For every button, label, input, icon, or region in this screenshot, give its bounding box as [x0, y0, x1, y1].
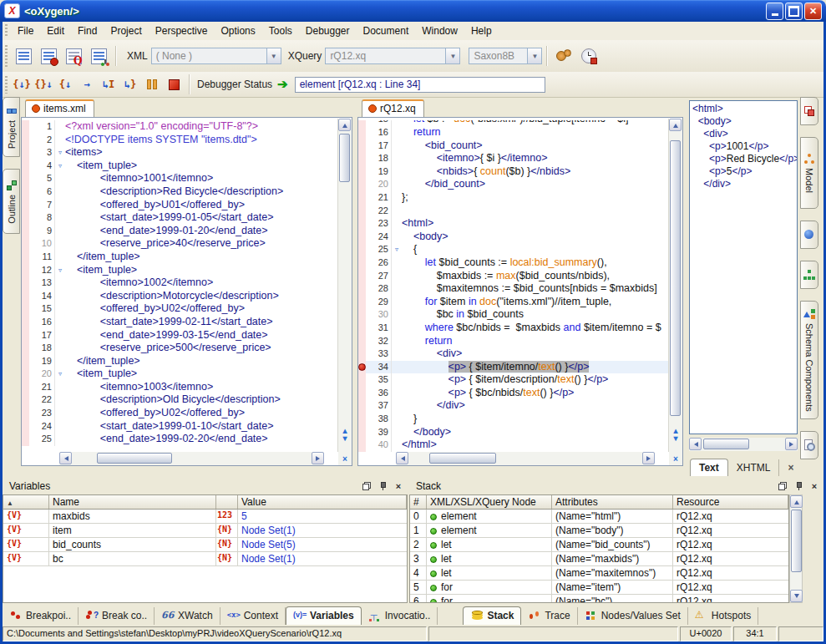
code-text[interactable]: <bid_count> [402, 139, 669, 153]
breakpoint-gutter[interactable] [22, 120, 29, 134]
code-text[interactable]: let $b := doc("bids.xml")//bid_tuple[ite… [402, 120, 669, 126]
side-tab-schema-components[interactable]: Schema Components [800, 301, 818, 419]
pin-panel-button[interactable] [793, 480, 804, 492]
breakpoint-gutter[interactable] [358, 126, 366, 139]
transform-scenario-button[interactable] [87, 44, 110, 68]
editor-body[interactable]: 15 let $b := doc("bids.xml")//bid_tuple[… [357, 117, 683, 466]
table-row[interactable]: 5for(Name="item")rQ12.xq [410, 581, 788, 595]
column-header[interactable]: # [410, 495, 427, 509]
code-text[interactable]: <items> [65, 146, 338, 160]
column-header[interactable]: Attributes [552, 495, 673, 509]
column-header[interactable]: ▲ [3, 495, 49, 509]
breakpoint-gutter[interactable] [22, 368, 29, 381]
side-tab-blue-sphere[interactable] [800, 221, 818, 249]
close-output-button[interactable]: × [788, 462, 798, 476]
fold-toggle-icon[interactable]: ▿ [55, 368, 65, 381]
breakpoint-gutter[interactable] [358, 439, 366, 452]
breakpoint-gutter[interactable] [22, 355, 29, 368]
code-text[interactable]: </bid_count> [402, 178, 669, 191]
breakpoint-gutter[interactable] [22, 407, 29, 420]
close-button[interactable]: ✕ [804, 3, 822, 20]
scroll-up-button[interactable] [790, 495, 803, 508]
fold-toggle-icon[interactable]: ▿ [392, 243, 402, 256]
split-resize-control[interactable]: ▴▾ [338, 427, 352, 452]
breakpoint-gutter[interactable] [358, 178, 366, 191]
breakpoint-gutter[interactable] [358, 413, 366, 426]
code-text[interactable]: <body> [402, 231, 669, 244]
table-row[interactable]: {V}item{N}Node Set(1) [3, 524, 407, 538]
chevron-down-icon[interactable]: ▼ [527, 48, 541, 63]
scrollbar-thumb[interactable] [670, 140, 681, 416]
code-text[interactable]: <offered_by>U02</offered_by> [65, 407, 338, 420]
close-panel-button[interactable]: × [808, 480, 820, 492]
code-text[interactable]: </div> [402, 399, 669, 413]
code-text[interactable]: <item_tuple> [65, 368, 338, 381]
breakpoint-gutter[interactable] [358, 308, 366, 322]
breakpoint-gutter[interactable] [22, 134, 29, 147]
table-row[interactable]: {V}maxbids1235 [3, 510, 407, 524]
code-text[interactable]: <offered_by>U01</offered_by> [65, 199, 338, 212]
column-header[interactable]: Value [238, 495, 407, 509]
pin-panel-button[interactable] [377, 480, 388, 492]
restore-panel-button[interactable] [361, 480, 372, 492]
code-text[interactable]: <item_tuple> [65, 160, 338, 173]
code-text[interactable]: return [402, 126, 669, 139]
scrollbar-thumb[interactable] [339, 134, 350, 182]
horizontal-scrollbar[interactable] [396, 452, 655, 465]
scrollbar-thumb[interactable] [97, 453, 172, 464]
code-text[interactable]: <itemno>1003</itemno> [65, 381, 338, 394]
breakpoint-gutter[interactable] [22, 381, 29, 394]
code-text[interactable]: <p> { $item/itemno/text() }</p> [402, 361, 669, 374]
breakpoint-gutter[interactable] [358, 270, 366, 283]
settings-button[interactable] [552, 44, 575, 68]
editor-body[interactable]: 1<?xml version="1.0" encoding="UTF-8"?>2… [21, 117, 352, 466]
split-close-control[interactable]: × [669, 452, 682, 465]
code-text[interactable]: <item_tuple> [65, 264, 338, 277]
side-tab-project[interactable]: Project [3, 97, 20, 157]
column-header[interactable] [216, 495, 238, 509]
menu-item-options[interactable]: Options [214, 23, 261, 39]
code-text[interactable]: <reserve_price>40</reserve_price> [65, 237, 338, 251]
horizontal-scrollbar[interactable] [59, 452, 324, 465]
breakpoint-gutter[interactable] [358, 152, 366, 165]
breakpoint-gutter[interactable] [358, 322, 366, 335]
breakpoint-gutter[interactable] [22, 393, 29, 407]
breakpoint-gutter[interactable] [358, 347, 366, 361]
breakpoint-gutter[interactable] [358, 120, 366, 126]
restore-panel-button[interactable] [777, 480, 788, 492]
column-header[interactable]: XML/XSL/XQuery Node [427, 495, 552, 509]
scrollbar-thumb[interactable] [429, 453, 496, 464]
breakpoint-gutter[interactable] [358, 165, 366, 179]
scroll-left-button[interactable] [396, 452, 408, 464]
breakpoint-gutter[interactable] [22, 146, 29, 160]
vertical-scrollbar[interactable] [668, 119, 682, 452]
menu-item-perspective[interactable]: Perspective [149, 23, 215, 39]
code-text[interactable]: </body> [402, 426, 669, 439]
breakpoint-gutter[interactable] [358, 243, 366, 256]
vertical-scrollbar[interactable] [337, 119, 352, 452]
breakpoint-gutter[interactable] [358, 205, 366, 218]
scroll-left-button[interactable] [689, 438, 702, 450]
table-row[interactable]: 2let(Name="bid_counts")rQ12.xq [410, 538, 788, 552]
code-text[interactable]: return [402, 335, 669, 348]
breakpoint-gutter[interactable] [358, 335, 366, 348]
scroll-up-button[interactable] [338, 119, 351, 131]
code-text[interactable]: <offered_by>U02</offered_by> [65, 302, 338, 316]
breakpoint-gutter[interactable] [358, 387, 366, 400]
scroll-right-button[interactable] [642, 452, 655, 464]
view-tab-nodes-values-set[interactable]: Nodes/Values Set [578, 607, 688, 625]
code-text[interactable]: where $bc/nbids = $maxbids and $item/ite… [402, 322, 669, 335]
tab-items-xml[interactable]: items.xml [25, 99, 94, 117]
table-row[interactable]: 0element(Name="html")rQ12.xq [410, 510, 788, 524]
breakpoint-icon[interactable] [358, 363, 366, 371]
breakpoint-gutter[interactable] [22, 199, 29, 212]
scrollbar-thumb[interactable] [703, 439, 749, 449]
config-scenarios-button[interactable] [12, 44, 35, 68]
code-text[interactable]: <?xml version="1.0" encoding="UTF-8"?> [65, 120, 338, 134]
breakpoint-gutter[interactable] [358, 373, 366, 387]
column-header[interactable]: Resource [673, 495, 788, 509]
fold-toggle-icon[interactable]: ▿ [55, 146, 65, 160]
scroll-down-button[interactable] [790, 590, 803, 602]
code-text[interactable]: let $bid_counts := local:bid_summary(), [402, 256, 669, 270]
code-text[interactable]: <itemno>1002</itemno> [65, 276, 338, 290]
